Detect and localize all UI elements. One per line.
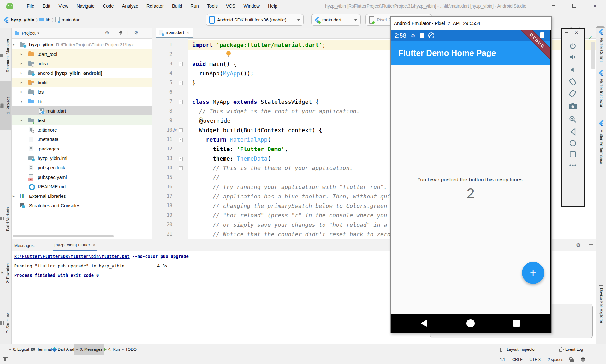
menu-analyze[interactable]: Analyze [118, 3, 143, 9]
tree-row-lib[interactable]: ▾lib [12, 97, 152, 106]
sidebar-item-1-project[interactable]: 1: Project [0, 81, 11, 130]
menu-window[interactable]: Window [240, 3, 264, 9]
emulator-overview-button[interactable] [570, 151, 576, 158]
emulator-home-button[interactable] [569, 140, 576, 147]
close-icon[interactable]: ✕ [93, 243, 96, 247]
button-event-log[interactable]: Event Log [557, 344, 585, 355]
menu-refactor[interactable]: Refactor [142, 3, 168, 9]
sidebar-item-flutter-outline[interactable]: Flutter Outline [596, 29, 606, 63]
expand-arrow-icon[interactable]: ▸ [13, 194, 15, 198]
collapse-all-icon[interactable] [118, 30, 123, 36]
tree-row--metadata[interactable]: .metadata [12, 134, 152, 144]
tree-row-hyzp-yibin-iml[interactable]: hyzp_yibin.iml [12, 153, 152, 163]
hide-panel-icon[interactable]: — [147, 30, 152, 35]
override-gutter-icon[interactable]: ◎↑ [172, 127, 181, 132]
expand-arrow-icon[interactable]: ▸ [21, 80, 22, 85]
expand-arrow-icon[interactable]: ▸ [21, 71, 22, 75]
status-widget-1-1[interactable]: 1:1 [500, 357, 505, 362]
status-widget-CRLF[interactable]: CRLF [512, 357, 523, 362]
sidebar-item-device-file-explorer[interactable]: Device File Explorer [596, 280, 606, 323]
sidebar-item-build-variants[interactable]: Build Variants [0, 193, 11, 244]
emulator-back-button[interactable] [569, 128, 576, 136]
locate-file-icon[interactable]: ⊕ [105, 30, 109, 36]
menu-file[interactable]: File [23, 3, 38, 9]
menu-help[interactable]: Help [264, 3, 282, 9]
menu-vcs[interactable]: VCS [222, 3, 240, 9]
gear-icon[interactable]: ⚙ [576, 242, 581, 248]
menu-build[interactable]: Build [168, 3, 186, 9]
emulator-close-button[interactable]: ✕ [574, 30, 579, 36]
tree-row-pubspec-yaml[interactable]: YMLpubspec.yaml [12, 172, 152, 182]
tree-row-main-dart[interactable]: main.dart [12, 106, 152, 115]
tab-main-dart[interactable]: main.dart ✕ [156, 28, 193, 38]
tree-row-hyzp-yibin[interactable]: ▾hyzp_yibinR:\FlutterProject\FlutterProj… [12, 40, 152, 49]
tree-row-Scratches-and-Consoles[interactable]: Scratches and Consoles [12, 201, 152, 210]
nav-recents-button[interactable] [513, 320, 520, 327]
button-layout-inspector[interactable]: Layout Inspector [498, 344, 538, 355]
toolwindow-button-todo[interactable]: ≡TODO [119, 344, 139, 355]
window-close-button[interactable]: × [591, 2, 599, 9]
expand-arrow-icon[interactable]: ▸ [21, 118, 22, 122]
fold-marker-icon[interactable]: − [179, 138, 183, 142]
tool-window-toggle-icon[interactable] [3, 357, 8, 362]
lock-icon[interactable] [570, 359, 574, 362]
emulator-volume-down-button[interactable] [569, 66, 576, 73]
tree-row-build[interactable]: ▸build [12, 78, 152, 87]
tree-row--idea[interactable]: ▸.idea [12, 59, 152, 68]
sidebar-item-7-structure[interactable]: 7: Structure [0, 302, 11, 344]
fold-marker-icon[interactable]: − [179, 157, 183, 161]
fold-marker-icon[interactable]: − [179, 166, 183, 170]
fold-marker-icon[interactable]: − [179, 100, 183, 104]
tree-row-test[interactable]: ▸test [12, 115, 152, 125]
project-horizontal-scrollbar[interactable] [13, 235, 114, 237]
nav-back-button[interactable] [421, 320, 427, 327]
hide-panel-icon[interactable] [589, 244, 593, 245]
menu-edit[interactable]: Edit [38, 3, 54, 9]
emulator-zoom-button[interactable] [569, 115, 577, 123]
window-minimize-button[interactable] [549, 2, 557, 9]
tree-row-pubspec-lock[interactable]: pubspec.lock [12, 163, 152, 172]
inspections-ok-icon[interactable]: ✔ [588, 35, 592, 41]
emulator-title-bar[interactable]: Android Emulator - Pixel_2_API_29:5554 [391, 17, 551, 30]
flutter-bat-link[interactable]: R:\Flutter\FlutterSDK\flutter\bin\flutte… [14, 254, 130, 259]
breadcrumb-file[interactable]: main.dart [62, 17, 80, 22]
close-icon[interactable]: ✕ [186, 30, 190, 35]
gear-icon[interactable]: ⚙ [134, 30, 138, 36]
expand-arrow-icon[interactable]: ▸ [21, 52, 22, 56]
menu-navigate[interactable]: Navigate [73, 3, 99, 9]
editor-scrollbar[interactable] [591, 42, 595, 69]
expand-arrow-icon[interactable]: ▸ [21, 90, 22, 94]
nav-home-button[interactable] [466, 319, 475, 327]
expand-arrow-icon[interactable]: ▸ [21, 61, 22, 66]
balloon-link-fragment[interactable] [445, 334, 469, 337]
emulator-volume-up-button[interactable] [569, 53, 577, 61]
status-widget-UTF-8[interactable]: UTF-8 [530, 357, 541, 362]
menu-code[interactable]: Code [99, 3, 118, 9]
device-selector-dropdown[interactable]: Android SDK built for x86 (mobile) [206, 14, 304, 26]
sidebar-item-flutter-performance[interactable]: Flutter Performance [596, 120, 606, 164]
chevron-down-icon[interactable]: ▾ [38, 31, 39, 35]
breadcrumb-project[interactable]: hyzp_yibin [11, 17, 34, 22]
toolwindow-button-0-messages[interactable]: ≡0: Messages [74, 344, 104, 355]
emulator-rotate-left-button[interactable] [568, 77, 578, 86]
sidebar-item-2-favorites[interactable]: ★2: Favorites [0, 251, 11, 295]
tree-row--packages[interactable]: .packages [12, 144, 152, 153]
emulator-power-button[interactable] [569, 42, 577, 50]
status-widget-2-spaces[interactable]: 2 spaces [548, 357, 563, 362]
tree-row--dart-tool[interactable]: ▸.dart_tool [12, 49, 152, 59]
emulator-rotate-right-button[interactable] [568, 89, 578, 98]
breadcrumb-dir[interactable]: lib [46, 17, 50, 22]
menu-run[interactable]: Run [186, 3, 203, 9]
tree-row-External-Libraries[interactable]: ▸External Libraries [12, 191, 152, 201]
tree-row-README-md[interactable]: README.md [12, 182, 152, 191]
emulator-more-button[interactable] [569, 164, 576, 167]
emulator-minimize-button[interactable]: – [565, 29, 568, 36]
sidebar-item-flutter-inspector[interactable]: Flutter Inspector [596, 70, 606, 107]
project-view-title[interactable]: Project [22, 31, 36, 36]
inspection-profile-icon[interactable] [581, 357, 585, 362]
window-maximize-button[interactable] [570, 2, 578, 9]
tree-row--gitignore[interactable]: .gitignore [12, 125, 152, 134]
toolwindow-button-6-logcat[interactable]: ≡6: Logcat [7, 344, 31, 355]
intention-bulb-icon[interactable] [226, 51, 231, 57]
collapse-arrow-icon[interactable]: ▾ [21, 99, 22, 103]
